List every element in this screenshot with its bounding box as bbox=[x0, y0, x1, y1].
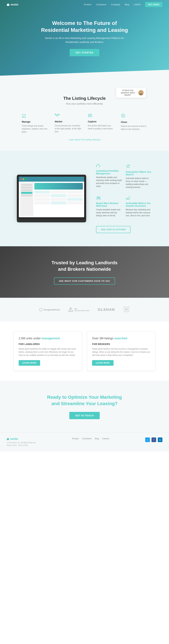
stat-num-landlords: 2.5M units under management bbox=[19, 337, 77, 340]
platform-features-grid: Centralized Portfolio Management Seamles… bbox=[96, 164, 152, 221]
sidebar-item bbox=[21, 189, 32, 191]
platform-feature-portfolio: Centralized Portfolio Management Seamles… bbox=[96, 164, 122, 189]
sidebar-item bbox=[21, 184, 32, 186]
laptop-screen bbox=[19, 177, 84, 217]
pf-portfolio-title: Centralized Portfolio Management bbox=[96, 170, 122, 175]
dot-red bbox=[20, 178, 22, 180]
screen-header bbox=[19, 177, 84, 182]
sidebar-item bbox=[21, 194, 32, 196]
facebook-icon[interactable]: f bbox=[152, 438, 156, 442]
nav-blog[interactable]: Blog bbox=[125, 3, 129, 6]
footer-copyright: © 2014 Nestio, Inc. All Rights Reserved.… bbox=[6, 442, 36, 447]
chat-text: Hi there! Any questions about Nestio? bbox=[118, 89, 137, 96]
screen-cell bbox=[67, 190, 83, 194]
renters-icon bbox=[96, 196, 122, 201]
pf-automation-desc: Automate tedious tasks to focus on what … bbox=[126, 177, 152, 189]
trusted-section: Trusted by Leading Landlords and Brokers… bbox=[0, 246, 169, 298]
automation-icon bbox=[126, 164, 152, 170]
navigation: nestio Product Customers Company Blog LO… bbox=[0, 0, 169, 9]
footer-links: Product Customers Blog Careers bbox=[72, 438, 109, 440]
svg-rect-20 bbox=[125, 308, 128, 310]
cloud-icon bbox=[96, 164, 122, 168]
svg-point-2 bbox=[139, 93, 143, 95]
capture-icon bbox=[88, 113, 114, 118]
avatar bbox=[138, 90, 144, 95]
feature-market: Market Communicate your inventory to the… bbox=[55, 113, 81, 133]
hero-subtitle: Nestio is an All-In-One Marketing and Le… bbox=[45, 36, 124, 44]
pf-portfolio-desc: Seamlessly update your inventory while t… bbox=[96, 176, 122, 188]
svg-point-4 bbox=[55, 114, 56, 115]
footer-link-product[interactable]: Product bbox=[72, 438, 79, 440]
feature-manage-title: Manage bbox=[22, 120, 48, 123]
metrics-icon bbox=[126, 196, 152, 201]
logo-douglas-elliman: DouglasElliman bbox=[39, 308, 60, 311]
screen-row bbox=[34, 202, 83, 204]
stat-desc-brokers: Nestio gives brokers real time access to… bbox=[92, 348, 150, 357]
screen-sidebar bbox=[20, 183, 33, 216]
hero-section: Welcome to The Future of Residential Mar… bbox=[0, 0, 169, 83]
lifecycle-section: Hi there! Any questions about Nestio? Th… bbox=[0, 83, 169, 151]
footer-link-careers[interactable]: Careers bbox=[102, 438, 109, 440]
stat-desc-landlords: Nestio gives landlords the ability to en… bbox=[19, 348, 77, 357]
laptop-body bbox=[17, 219, 86, 222]
screen-row bbox=[34, 194, 83, 197]
screen-cell bbox=[67, 202, 83, 204]
screen-cell bbox=[34, 198, 50, 201]
svg-point-13 bbox=[97, 197, 98, 198]
trusted-cta-button[interactable]: SEE WHAT OUR CUSTOMERS HAVE TO SAY bbox=[54, 278, 115, 284]
feature-capture-desc: Get all the information you need to qual… bbox=[88, 124, 114, 130]
nav-company[interactable]: Company bbox=[111, 3, 120, 6]
svg-rect-8 bbox=[88, 114, 92, 117]
pf-renters-title: Reach More Renters With Ease bbox=[96, 202, 122, 207]
dot-yellow bbox=[23, 178, 24, 180]
learn-link[interactable]: Learn About The Listing Lifecycle bbox=[69, 138, 100, 141]
footer-logo: nestio bbox=[6, 438, 36, 440]
screen-main bbox=[34, 183, 83, 216]
screen-cell bbox=[67, 194, 83, 197]
svg-marker-21 bbox=[7, 438, 9, 440]
screen-cell bbox=[34, 202, 50, 204]
stat-title-brokers: FOR BROKERS bbox=[92, 343, 150, 346]
footer-social: t f in bbox=[145, 438, 162, 442]
platform-feature-metrics: Actionable Metrics For Smarter Decisions… bbox=[126, 196, 152, 217]
login-button[interactable]: LOGIN bbox=[134, 3, 140, 6]
svg-point-5 bbox=[58, 114, 59, 115]
screen-cell bbox=[51, 202, 66, 204]
svg-line-7 bbox=[58, 115, 58, 115]
dot-green bbox=[25, 178, 26, 180]
svg-text:$: $ bbox=[122, 115, 124, 117]
twitter-icon[interactable]: t bbox=[145, 438, 150, 442]
logo-other bbox=[123, 306, 130, 314]
pf-metrics-desc: Measure key marketing and leasing metric… bbox=[126, 208, 152, 217]
footer-left: nestio © 2014 Nestio, Inc. All Rights Re… bbox=[6, 438, 36, 447]
svg-marker-0 bbox=[7, 3, 9, 6]
screen-row bbox=[34, 190, 83, 194]
demo-button[interactable]: GET DEMO bbox=[145, 2, 162, 7]
footer: nestio © 2014 Nestio, Inc. All Rights Re… bbox=[0, 432, 169, 452]
feature-market-title: Market bbox=[55, 120, 81, 123]
screen-content bbox=[19, 182, 84, 217]
hero-cta-button[interactable]: GET STARTED bbox=[70, 49, 100, 56]
screen-cell bbox=[34, 194, 50, 197]
platform-section: Centralized Portfolio Management Seamles… bbox=[0, 151, 169, 246]
nav-product[interactable]: Product bbox=[84, 3, 92, 6]
feature-capture: Capture Get all the information you need… bbox=[88, 113, 114, 133]
screen-cell bbox=[51, 194, 66, 197]
brokers-learn-more-button[interactable]: LEARN MORE bbox=[92, 360, 114, 366]
cta-title: Ready to Optimize Your Marketing and Str… bbox=[43, 394, 126, 407]
feature-manage: ☑ Manage Track listings and assets anywh… bbox=[22, 113, 48, 133]
platform-cta-button[interactable]: SEE OUR PLATFORM bbox=[96, 226, 130, 233]
landlords-learn-more-button[interactable]: LEARN MORE bbox=[19, 360, 40, 366]
svg-point-16 bbox=[40, 308, 42, 311]
laptop-visual bbox=[17, 175, 86, 222]
platform-feature-renters: Reach More Renters With Ease Create beau… bbox=[96, 196, 122, 217]
linkedin-icon[interactable]: in bbox=[158, 438, 162, 442]
nav-logo[interactable]: nestio bbox=[6, 3, 18, 6]
trusted-title: Trusted by Leading Landlords and Brokers… bbox=[52, 260, 118, 272]
cta-button[interactable]: GET IN TOUCH bbox=[69, 412, 100, 419]
nav-customers[interactable]: Customers bbox=[96, 3, 106, 6]
pf-renters-desc: Create beautiful emails and easily adver… bbox=[96, 208, 122, 217]
feature-close-title: Close bbox=[121, 121, 147, 124]
footer-link-customers[interactable]: Customers bbox=[82, 438, 92, 440]
footer-link-blog[interactable]: Blog bbox=[95, 438, 99, 440]
